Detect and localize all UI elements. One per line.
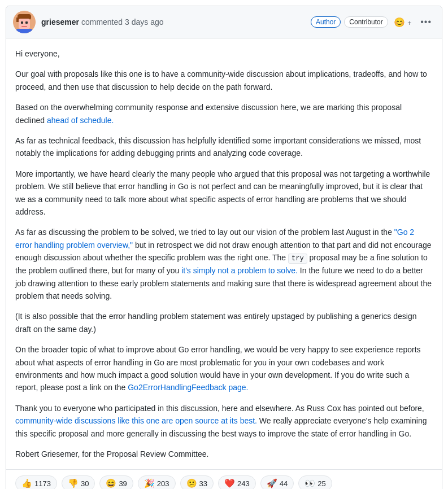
reaction-count-6: 44 xyxy=(280,479,288,488)
reactions-bar: 👍1173👎30😄39🎉203😕33❤️243🚀44👀25 xyxy=(6,469,442,489)
not-a-problem-link[interactable]: it's simply not a problem to solve. xyxy=(181,266,298,275)
svg-rect-5 xyxy=(25,21,28,24)
paragraph-broader-topic: On the broader topic of what to improve … xyxy=(15,343,433,394)
avatar xyxy=(13,11,36,33)
reaction-count-5: 243 xyxy=(237,479,250,488)
try-code: try xyxy=(288,254,307,264)
svg-rect-3 xyxy=(19,19,30,29)
paragraph-more-importantly: More importantly, we have heard clearly … xyxy=(15,168,433,219)
reaction-emoji-7: 👀 xyxy=(305,478,315,488)
more-options-button[interactable]: ••• xyxy=(417,16,435,28)
header-actions: Author Contributor 😊 + ••• xyxy=(311,16,435,29)
svg-rect-2 xyxy=(16,18,19,22)
paragraph-greeting: Hi everyone, xyxy=(15,47,433,60)
reaction-count-2: 39 xyxy=(119,479,127,488)
contributor-badge: Contributor xyxy=(344,16,388,28)
reaction-emoji-0: 👍 xyxy=(21,478,32,488)
reaction-emoji-3: 🎉 xyxy=(144,478,155,488)
paragraph-problem-discussion: As far as discussing the problem to be s… xyxy=(15,226,433,302)
reaction-emoji-5: ❤️ xyxy=(224,478,235,488)
reaction-button[interactable]: 👎30 xyxy=(62,475,95,489)
reaction-count-7: 25 xyxy=(317,479,325,488)
comment-action-text: commented xyxy=(81,18,123,27)
p9-before: Thank you to everyone who participated i… xyxy=(15,404,424,413)
comment-body: Hi everyone, Our goal with proposals lik… xyxy=(6,38,442,469)
paragraph-declining: Based on the overwhelming community resp… xyxy=(15,101,433,126)
reaction-count-1: 30 xyxy=(81,479,89,488)
comment-container: griesemer commented 3 days ago Author Co… xyxy=(6,6,442,489)
svg-rect-7 xyxy=(16,29,32,33)
reaction-count-4: 33 xyxy=(199,479,207,488)
reaction-emoji-6: 🚀 xyxy=(267,478,277,488)
reaction-emoji-2: 😄 xyxy=(106,478,116,488)
comment-timestamp: 3 days ago xyxy=(125,18,164,27)
open-source-link[interactable]: community-wide discussions like this one… xyxy=(15,416,257,425)
p6-before: As far as discussing the problem to be s… xyxy=(15,228,394,237)
author-badge: Author xyxy=(311,16,341,28)
reaction-button[interactable]: 🎉203 xyxy=(138,475,176,489)
add-reaction-button[interactable]: 😊 + xyxy=(392,16,414,29)
reaction-button[interactable]: 😕33 xyxy=(180,475,214,489)
reaction-button[interactable]: 🚀44 xyxy=(260,475,294,489)
avatar-image xyxy=(13,11,36,33)
go2-feedback-page-link[interactable]: Go2ErrorHandlingFeedback page. xyxy=(128,383,248,392)
reaction-emoji-4: 😕 xyxy=(186,478,197,488)
reaction-button[interactable]: 👀25 xyxy=(298,475,332,489)
paragraph-generics-aside: (It is also possible that the error hand… xyxy=(15,310,433,335)
svg-rect-4 xyxy=(21,21,23,24)
ellipsis-icon: ••• xyxy=(420,17,432,27)
paragraph-thank-you: Thank you to everyone who participated i… xyxy=(15,402,433,440)
reaction-count-3: 203 xyxy=(157,479,169,488)
comment-header: griesemer commented 3 days ago Author Co… xyxy=(6,6,442,38)
comment-meta: griesemer commented 3 days ago xyxy=(41,18,311,27)
reaction-button[interactable]: 😄39 xyxy=(99,475,133,489)
paragraph-technical-feedback: As far as technical feedback, this discu… xyxy=(15,134,433,160)
svg-rect-6 xyxy=(21,26,27,27)
reaction-count-0: 1173 xyxy=(34,479,51,488)
commenter-username: griesemer xyxy=(41,18,79,27)
reaction-emoji-1: 👎 xyxy=(68,478,79,488)
ahead-of-schedule-link[interactable]: ahead of schedule. xyxy=(47,116,114,125)
smiley-icon: 😊 xyxy=(394,18,405,27)
paragraph-goal: Our goal with proposals like this one is… xyxy=(15,68,433,93)
paragraph-signature: Robert Griesemer, for the Proposal Revie… xyxy=(15,448,433,460)
plus-icon: + xyxy=(407,19,411,27)
reaction-button[interactable]: 👍1173 xyxy=(15,475,57,489)
reaction-button[interactable]: ❤️243 xyxy=(218,475,256,489)
